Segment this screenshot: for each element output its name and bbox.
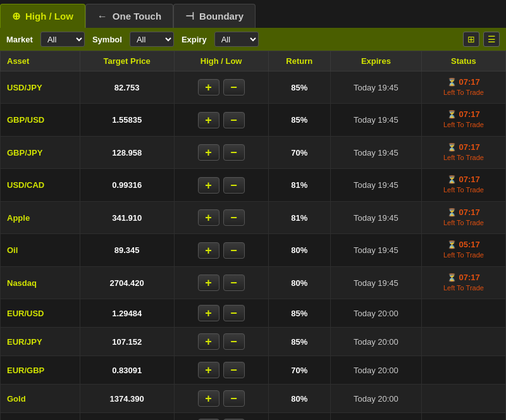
expires-value: Today 20:00 [330, 356, 421, 385]
status-text: Left To Trade [443, 121, 484, 128]
status-time: 07:17 [459, 142, 479, 152]
high-button[interactable]: + [198, 362, 219, 378]
high-button[interactable]: + [198, 390, 219, 407]
target-price: 0.99652 [80, 413, 174, 420]
symbol-select[interactable]: All [130, 32, 174, 47]
asset-table: AssetTarget PriceHigh / LowReturnExpires… [0, 51, 506, 420]
status-time: 07:17 [459, 273, 479, 282]
return-value: 70% [268, 356, 330, 385]
expires-value: Today 20:00 [330, 299, 421, 328]
target-price: 341.910 [80, 201, 174, 233]
asset-name: EUR/USD [1, 299, 80, 328]
low-button[interactable]: − [223, 79, 245, 96]
expires-value: Today 19:45 [330, 266, 421, 299]
target-price: 107.152 [80, 328, 174, 356]
market-select[interactable]: All [40, 32, 85, 47]
target-price: 2704.420 [80, 266, 174, 299]
expires-value: Today 19:45 [330, 136, 421, 168]
tab-high-low[interactable]: ⊕High / Low [0, 4, 85, 28]
status-cell: ⏳ 07:17 Left To Trade [421, 169, 505, 201]
low-button[interactable]: − [223, 242, 245, 259]
low-button[interactable]: − [223, 305, 245, 321]
target-price: 1.29484 [80, 299, 174, 328]
status-cell: ⏳ 07:17 Left To Trade [421, 201, 505, 233]
high-button[interactable]: + [198, 144, 219, 161]
tab-bar: ⊕High / Low←One Touch⊣Boundary [0, 0, 506, 28]
status-text: Left To Trade [443, 186, 484, 194]
tab-one-touch[interactable]: ←One Touch [85, 4, 173, 28]
status-cell [421, 356, 505, 385]
high-low-buttons: + − [174, 71, 268, 104]
return-value: 85% [268, 104, 330, 136]
hourglass-icon: ⏳ [447, 273, 457, 282]
status-cell [421, 385, 505, 413]
status-text: Left To Trade [443, 154, 484, 161]
high-low-buttons: + − [174, 356, 268, 385]
high-button[interactable]: + [198, 275, 219, 291]
target-price: 1.55835 [80, 104, 174, 136]
low-button[interactable]: − [223, 390, 245, 407]
target-price: 0.99316 [80, 169, 174, 201]
high-button[interactable]: + [198, 333, 219, 350]
high-button[interactable]: + [198, 242, 219, 259]
high-button[interactable]: + [198, 112, 219, 128]
asset-name: USD/CAD [1, 169, 80, 201]
expiry-select[interactable]: All [214, 32, 259, 47]
return-value: 80% [268, 234, 330, 266]
tab-label: Boundary [199, 11, 244, 22]
expires-value: Today 19:45 [330, 234, 421, 266]
high-button[interactable]: + [198, 305, 219, 321]
grid-view-button[interactable]: ⊞ [463, 32, 479, 47]
hourglass-icon: ⏳ [447, 78, 457, 87]
symbol-label: Symbol [92, 35, 122, 44]
return-value: 81% [268, 169, 330, 201]
col-header-return: Return [268, 51, 330, 71]
tab-boundary[interactable]: ⊣Boundary [173, 4, 256, 28]
high-button[interactable]: + [198, 177, 219, 194]
high-button[interactable]: + [198, 209, 219, 226]
return-value: 80% [268, 266, 330, 299]
high-low-buttons: + − [174, 385, 268, 413]
expires-value: Today 19:45 [330, 169, 421, 201]
status-time: 05:17 [459, 240, 479, 249]
status-cell: ⏳ 07:17 Left To Trade [421, 104, 505, 136]
target-price: 128.958 [80, 136, 174, 168]
low-button[interactable]: − [223, 333, 245, 350]
low-button[interactable]: − [223, 362, 245, 378]
hourglass-icon: ⏳ [447, 240, 457, 249]
table-row: USD/CAD0.99316 + − 81%Today 19:45 ⏳ 07:1… [1, 169, 506, 201]
asset-name: Nasdaq [1, 266, 80, 299]
hourglass-icon: ⏳ [447, 143, 457, 152]
asset-name: USD/JPY [1, 71, 80, 104]
hourglass-icon: ⏳ [447, 175, 457, 184]
asset-name: Gold [1, 385, 80, 413]
low-button[interactable]: − [223, 112, 245, 128]
asset-name: AUD/USD [1, 413, 80, 420]
status-text: Left To Trade [443, 284, 484, 292]
high-low-buttons: + − [174, 413, 268, 420]
asset-name: Apple [1, 201, 80, 233]
expires-value: Today 20:00 [330, 328, 421, 356]
list-view-button[interactable]: ☰ [483, 32, 500, 47]
col-header-status: Status [421, 51, 505, 71]
low-button[interactable]: − [223, 275, 245, 291]
market-label: Market [6, 35, 33, 44]
status-cell: ⏳ 05:17 Left To Trade [421, 234, 505, 266]
high-low-buttons: + − [174, 136, 268, 168]
expires-value: Today 19:45 [330, 104, 421, 136]
status-time: 07:17 [459, 109, 479, 119]
status-cell: ⏳ 07:17 Left To Trade [421, 71, 505, 104]
table-row: EUR/JPY107.152 + − 85%Today 20:00 [1, 328, 506, 356]
asset-name: Oil [1, 234, 80, 266]
high-button[interactable]: + [198, 79, 219, 96]
boundary-icon: ⊣ [185, 10, 194, 22]
low-button[interactable]: − [223, 177, 245, 194]
table-row: Gold1374.390 + − 80%Today 20:00 [1, 385, 506, 413]
low-button[interactable]: − [223, 209, 245, 226]
low-button[interactable]: − [223, 144, 245, 161]
table-row: Apple341.910 + − 81%Today 19:45 ⏳ 07:17 … [1, 201, 506, 233]
return-value: 70% [268, 136, 330, 168]
high-low-buttons: + − [174, 169, 268, 201]
col-header-target-price: Target Price [80, 51, 174, 71]
expires-value: Today 20:00 [330, 413, 421, 420]
